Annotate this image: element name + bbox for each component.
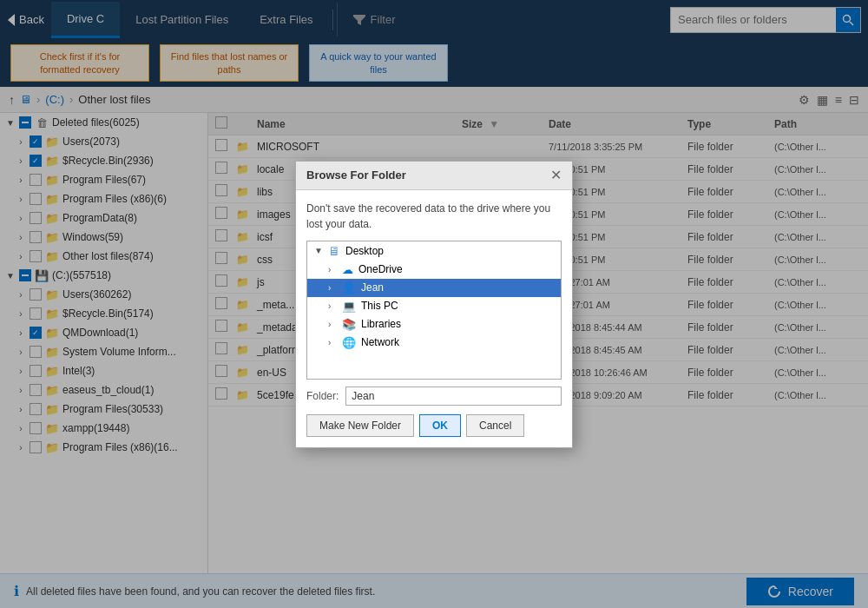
modal-item-label-jean: Jean — [361, 281, 384, 294]
modal-close-button[interactable]: ✕ — [550, 169, 562, 182]
browse-folder-modal: Browse For Folder ✕ Don't save the recov… — [295, 161, 573, 448]
expand-arrow-onedrive: › — [328, 265, 337, 274]
modal-item-label-desktop: Desktop — [345, 245, 384, 257]
modal-item-label-network: Network — [361, 336, 399, 348]
cancel-button[interactable]: Cancel — [466, 414, 524, 437]
modal-tree-item-this-pc[interactable]: › 💻 This PC — [307, 297, 561, 315]
expand-arrow-libraries: › — [328, 320, 337, 329]
modal-tree-item-desktop[interactable]: ▼ 🖥 Desktop — [307, 241, 561, 261]
libraries-icon: 📚 — [342, 318, 356, 331]
make-new-folder-button[interactable]: Make New Folder — [306, 414, 414, 437]
modal-body: Don't save the recovered data to the dri… — [296, 190, 572, 447]
expand-arrow-this-pc: › — [328, 301, 337, 311]
expand-arrow-network: › — [328, 338, 337, 347]
network-icon: 🌐 — [342, 336, 356, 349]
pc-icon: 💻 — [342, 300, 356, 313]
folder-value-input[interactable] — [345, 387, 562, 406]
user-icon: 👤 — [342, 281, 356, 294]
modal-tree-item-jean[interactable]: › 👤 Jean — [307, 279, 561, 297]
desktop-icon: 🖥 — [328, 244, 340, 258]
modal-item-label-onedrive: OneDrive — [358, 263, 403, 275]
modal-actions: Make New Folder OK Cancel — [306, 414, 562, 437]
onedrive-icon: ☁ — [342, 263, 353, 276]
ok-button[interactable]: OK — [419, 414, 461, 437]
modal-header: Browse For Folder ✕ — [296, 162, 572, 190]
modal-title: Browse For Folder — [306, 169, 406, 182]
modal-tree-item-network[interactable]: › 🌐 Network — [307, 334, 561, 352]
folder-label: Folder: — [306, 390, 339, 402]
modal-tree-item-libraries[interactable]: › 📚 Libraries — [307, 315, 561, 334]
expand-arrow-desktop: ▼ — [314, 246, 323, 255]
expand-arrow-jean: › — [328, 283, 337, 293]
modal-overlay[interactable]: Browse For Folder ✕ Don't save the recov… — [0, 0, 868, 608]
modal-folder-tree: ▼ 🖥 Desktop › ☁ OneDrive › 👤 Jean › 💻 — [306, 241, 562, 380]
modal-tree-item-onedrive[interactable]: › ☁ OneDrive — [307, 261, 561, 279]
modal-warning-text: Don't save the recovered data to the dri… — [306, 201, 562, 232]
folder-input-row: Folder: — [306, 387, 562, 406]
modal-item-label-this-pc: This PC — [361, 300, 398, 312]
modal-item-label-libraries: Libraries — [361, 318, 401, 330]
